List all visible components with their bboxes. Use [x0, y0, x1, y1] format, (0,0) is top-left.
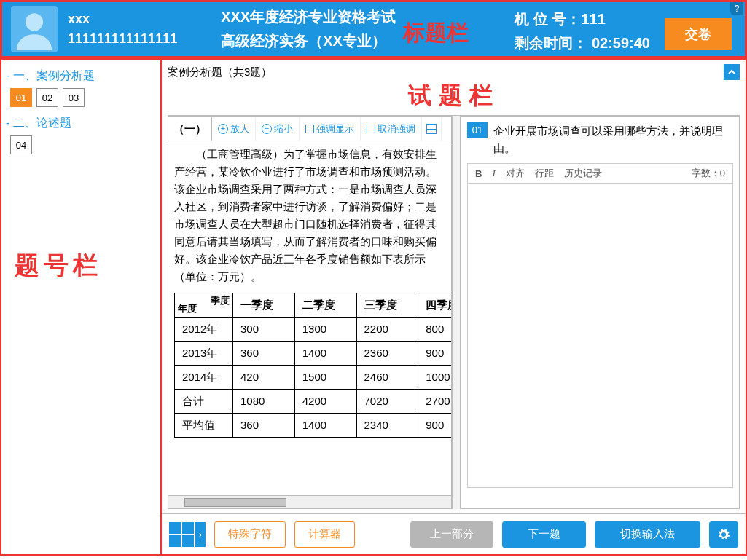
answer-pane: 01 企业开展市场调查可以采用哪些方法，并说明理由。 B I 对齐 行距 历史记…	[461, 116, 740, 509]
question-text: 企业开展市场调查可以采用哪些方法，并说明理由。	[493, 122, 733, 157]
seat-time: 机 位 号：111 剩余时间： 02:59:40	[515, 9, 650, 53]
exam-info: XXX年度经济专业资格考试 高级经济实务（XX专业）	[221, 7, 396, 51]
seat-number: 机 位 号：111	[515, 9, 650, 29]
help-icon[interactable]: ?	[730, 2, 743, 15]
unhighlight-button[interactable]: 取消强调	[361, 117, 422, 141]
overlay-title-label: 标题栏	[403, 18, 469, 48]
minus-icon: −	[262, 124, 272, 134]
svg-point-0	[26, 13, 43, 31]
table-corner: 季度年度	[175, 293, 233, 318]
table-row: 2012年30013002200800	[175, 318, 452, 342]
question-btn-04[interactable]: 04	[10, 135, 32, 154]
overlay-sidebar-label: 题号栏	[15, 249, 102, 283]
user-id: 111111111111111	[68, 31, 177, 47]
avatar	[11, 6, 58, 52]
time-remaining: 剩余时间： 02:59:40	[515, 33, 650, 53]
highlight-button[interactable]: 强调显示	[300, 117, 361, 141]
table-row: 2013年36014002360900	[175, 342, 452, 366]
italic-button[interactable]: I	[492, 167, 495, 179]
question-btn-02[interactable]: 02	[36, 88, 58, 107]
collapse-button[interactable]	[724, 64, 740, 80]
data-table: 季度年度 一季度 二季度 三季度 四季度 2012年30013002200800…	[174, 293, 451, 438]
question-panel: 案例分析题（共3题） 试题栏 （一） +放大 −缩小 强调显示 取消强调 （工商…	[162, 58, 747, 556]
answer-editor[interactable]	[467, 184, 733, 488]
section-2-title[interactable]: 二、论述题	[6, 116, 156, 131]
history-button[interactable]: 历史记录	[564, 167, 602, 180]
section-header: 案例分析题（共3题）	[168, 66, 724, 79]
calculator-button[interactable]: 计算器	[294, 521, 355, 548]
lineheight-button[interactable]: 行距	[535, 167, 554, 180]
section-1-title[interactable]: 一、案例分析题	[6, 68, 156, 84]
zoom-out-button[interactable]: −缩小	[256, 117, 300, 141]
passage-pane: （一） +放大 −缩小 强调显示 取消强调 （工商管理高级）为了掌握市场信息，有…	[168, 116, 452, 509]
exam-title-2: 高级经济实务（XX专业）	[221, 31, 396, 51]
ime-button[interactable]: 切换输入法	[595, 521, 700, 548]
passage-text: （工商管理高级）为了掌握市场信息，有效安排生产经营，某冷饮企业进行了市场调查和市…	[174, 146, 445, 285]
submit-button[interactable]: 交卷	[665, 18, 732, 50]
table-row: 合计1080420070202700	[175, 390, 452, 414]
answer-scrollbar[interactable]	[467, 494, 733, 505]
title-bar: xxx 111111111111111 XXX年度经济专业资格考试 高级经济实务…	[0, 0, 747, 58]
settings-button[interactable]	[709, 521, 738, 548]
editor-toolbar: B I 对齐 行距 历史记录 字数：0	[467, 163, 733, 184]
plus-icon: +	[218, 124, 228, 134]
footer-toolbar: › 特殊字符 计算器 上一部分 下一题 切换输入法	[162, 513, 746, 554]
passage-scrollbar[interactable]	[168, 495, 451, 508]
unhighlight-icon	[367, 125, 375, 133]
exam-title-1: XXX年度经济专业资格考试	[221, 7, 396, 27]
passage-body[interactable]: （工商管理高级）为了掌握市场信息，有效安排生产经营，某冷饮企业进行了市场调查和市…	[168, 141, 451, 495]
passage-tab[interactable]: （一）	[168, 117, 212, 141]
zoom-in-button[interactable]: +放大	[212, 117, 256, 141]
table-row: 2014年420150024601000	[175, 366, 452, 390]
question-btn-01[interactable]: 01	[10, 88, 32, 107]
panel-toggle-button[interactable]: ›	[169, 522, 206, 547]
pane-divider[interactable]	[452, 116, 461, 509]
gear-icon	[717, 528, 730, 541]
username: xxx	[68, 12, 177, 27]
prev-section-button[interactable]: 上一部分	[410, 521, 493, 548]
question-number-badge: 01	[467, 122, 488, 138]
table-row: 平均值36014002340900	[175, 414, 452, 438]
align-button[interactable]: 对齐	[506, 167, 525, 180]
question-btn-03[interactable]: 03	[63, 88, 85, 107]
user-icon	[13, 8, 55, 50]
word-count-label: 字数：0	[692, 167, 725, 180]
question-number-panel: 一、案例分析题 01 02 03 二、论述题 04 题号栏	[0, 58, 162, 556]
chevron-right-icon: ›	[195, 522, 206, 547]
overlay-content-label: 试题栏	[162, 80, 746, 112]
special-chars-button[interactable]: 特殊字符	[214, 521, 286, 548]
grid-icon	[169, 522, 194, 547]
split-view-button[interactable]	[422, 117, 442, 141]
next-question-button[interactable]: 下一题	[502, 521, 586, 548]
chevron-up-icon	[727, 68, 736, 76]
user-info: xxx 111111111111111	[68, 12, 177, 47]
highlight-icon	[305, 125, 314, 133]
split-icon	[426, 124, 437, 134]
passage-toolbar: （一） +放大 −缩小 强调显示 取消强调	[168, 117, 451, 141]
bold-button[interactable]: B	[475, 168, 482, 179]
